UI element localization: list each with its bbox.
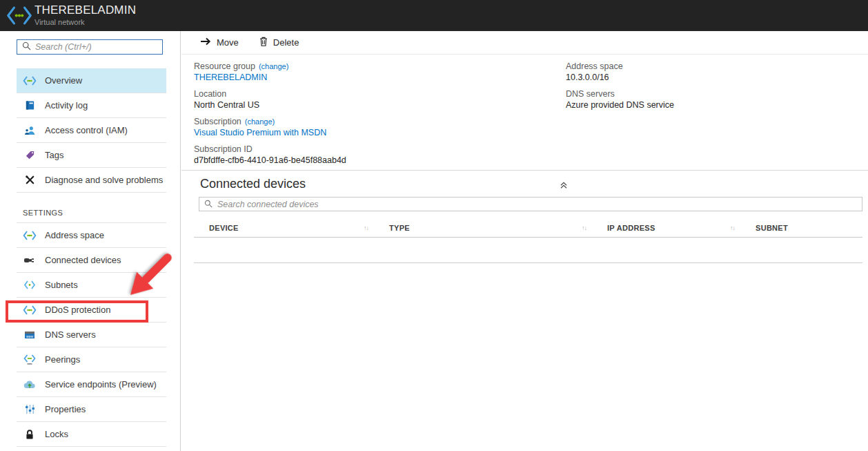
delete-button-label: Delete [273, 37, 299, 48]
devices-search-input[interactable] [217, 200, 862, 209]
sidebar-item-dns-servers[interactable]: wwwDNS servers [17, 323, 166, 347]
sidebar-item-label: Properties [45, 404, 86, 414]
sidebar-item-label: Subnets [45, 280, 78, 290]
sidebar-item-label: Diagnose and solve problems [45, 175, 163, 185]
field-location: LocationNorth Central US [194, 88, 346, 111]
overview-essentials: Resource group(change)THEREBELADMINLocat… [181, 55, 868, 171]
vnet-icon [23, 231, 37, 240]
field-subscription-id: Subscription IDd7bfdffe-cfb6-4410-91a6-b… [194, 144, 346, 166]
sidebar-item-properties[interactable]: Properties [17, 397, 166, 422]
column-header-subnet[interactable]: SUBNET [740, 224, 862, 232]
sidebar-item-label: Overview [45, 75, 82, 86]
virtual-network-icon [6, 5, 32, 26]
vnet-icon [23, 76, 37, 86]
sidebar-item-connected-devices[interactable]: Connected devices [17, 248, 166, 273]
field-label: Address space [566, 61, 623, 72]
main-content: Move Delete Resource group(change)THEREB… [181, 31, 868, 451]
devices-table: DEVICE↑↓TYPE↑↓IP ADDRESS↑↓SUBNET [194, 219, 862, 263]
sidebar: OverviewActivity logAccess control (IAM)… [0, 31, 181, 451]
devices-search-box [199, 197, 862, 211]
column-header-type[interactable]: TYPE↑↓ [374, 224, 592, 232]
delete-button[interactable]: Delete [259, 37, 299, 48]
field-value: 10.3.0.0/16 [566, 72, 674, 83]
sort-icon: ↑↓ [730, 224, 735, 231]
field-address-space: Address space10.3.0.0/16 [566, 61, 674, 83]
field-value: Azure provided DNS service [566, 99, 674, 111]
essentials-left-column: Resource group(change)THEREBELADMINLocat… [194, 61, 346, 171]
tags-icon [23, 150, 37, 160]
sidebar-search-box [17, 39, 163, 55]
sidebar-search-input[interactable] [35, 42, 162, 52]
sidebar-item-label: Service endpoints (Preview) [45, 379, 157, 390]
section-title: Connected devices [200, 177, 868, 191]
column-label: TYPE [389, 224, 410, 232]
change-link[interactable]: (change) [245, 116, 275, 127]
column-header-device[interactable]: DEVICE↑↓ [194, 224, 374, 232]
page-title: THEREBELADMIN [34, 3, 136, 17]
column-label: SUBNET [756, 224, 788, 232]
sidebar-item-service-endpoints-preview[interactable]: Service endpoints (Preview) [17, 372, 166, 397]
change-link[interactable]: (change) [259, 61, 288, 72]
blade-header: THEREBELADMIN Virtual network [0, 0, 868, 31]
sidebar-item-activity-log[interactable]: Activity log [17, 93, 166, 118]
connected-devices-section: Connected devices DEVICE↑↓TYPE↑↓IP ADDRE… [181, 171, 868, 451]
sidebar-item-diagnose-and-solve-problems[interactable]: Diagnose and solve problems [17, 168, 166, 193]
azure-portal-blade: THEREBELADMIN Virtual network OverviewAc… [0, 0, 868, 451]
activity-log-icon [23, 100, 37, 111]
dns-icon: www [23, 330, 37, 340]
field-label: Subscription ID [194, 144, 253, 155]
move-icon [200, 37, 211, 48]
sidebar-section-settings: SETTINGS [17, 193, 166, 223]
svg-text:www: www [26, 334, 34, 338]
sidebar-item-access-control-iam[interactable]: Access control (IAM) [17, 118, 166, 143]
peerings-icon [23, 354, 37, 365]
field-label: Resource group [194, 61, 255, 72]
blade-header-text: THEREBELADMIN Virtual network [34, 3, 136, 27]
sidebar-item-label: Address space [45, 230, 104, 240]
properties-icon [23, 404, 37, 414]
sidebar-item-overview[interactable]: Overview [17, 68, 166, 93]
service-endpoints-icon [23, 380, 37, 390]
column-label: DEVICE [209, 224, 239, 232]
connected-devices-icon [23, 256, 37, 265]
field-value: North Central US [194, 99, 346, 111]
move-button[interactable]: Move [200, 37, 239, 48]
page-subtitle: Virtual network [34, 18, 136, 27]
sidebar-item-tags[interactable]: Tags [17, 143, 166, 168]
search-icon [204, 198, 213, 211]
field-value: d7bfdffe-cfb6-4410-91a6-be45f88aab4d [194, 155, 346, 166]
sidebar-item-locks[interactable]: Locks [17, 422, 166, 447]
sidebar-item-label: Connected devices [45, 255, 121, 265]
move-button-label: Move [217, 37, 239, 48]
field-label: Location [194, 88, 226, 99]
command-bar: Move Delete [181, 31, 868, 55]
subnet-icon [23, 280, 37, 289]
sidebar-item-ddos-protection[interactable]: DDoS protection [17, 298, 166, 323]
sidebar-item-label: DDoS protection [45, 305, 110, 315]
delete-icon [259, 37, 268, 48]
essentials-right-column: Address space10.3.0.0/16DNS serversAzure… [566, 61, 674, 116]
vnet-icon [23, 305, 37, 315]
devices-table-header: DEVICE↑↓TYPE↑↓IP ADDRESS↑↓SUBNET [194, 219, 862, 238]
locks-icon [23, 429, 37, 440]
field-subscription: Subscription(change)Visual Studio Premiu… [194, 116, 346, 138]
sidebar-item-label: Access control (IAM) [45, 125, 128, 135]
sidebar-item-label: Peerings [45, 354, 80, 365]
search-icon [22, 41, 31, 53]
column-label: IP ADDRESS [607, 224, 655, 232]
sidebar-item-label: Tags [45, 150, 63, 160]
sidebar-item-label: Activity log [45, 100, 88, 111]
sidebar-item-peerings[interactable]: Peerings [17, 347, 166, 372]
sidebar-item-label: DNS servers [45, 329, 96, 340]
sort-icon: ↑↓ [364, 224, 368, 231]
field-value[interactable]: THEREBELADMIN [194, 72, 346, 83]
sidebar-nav: OverviewActivity logAccess control (IAM)… [0, 68, 180, 447]
sidebar-item-subnets[interactable]: Subnets [17, 273, 166, 298]
field-value[interactable]: Visual Studio Premium with MSDN [194, 127, 346, 138]
sidebar-item-address-space[interactable]: Address space [17, 223, 166, 248]
sort-icon: ↑↓ [582, 224, 586, 231]
column-header-ip-address[interactable]: IP ADDRESS↑↓ [592, 224, 740, 232]
devices-table-empty-row [194, 238, 862, 263]
sidebar-item-label: Locks [45, 429, 68, 439]
field-label: DNS servers [566, 88, 615, 99]
